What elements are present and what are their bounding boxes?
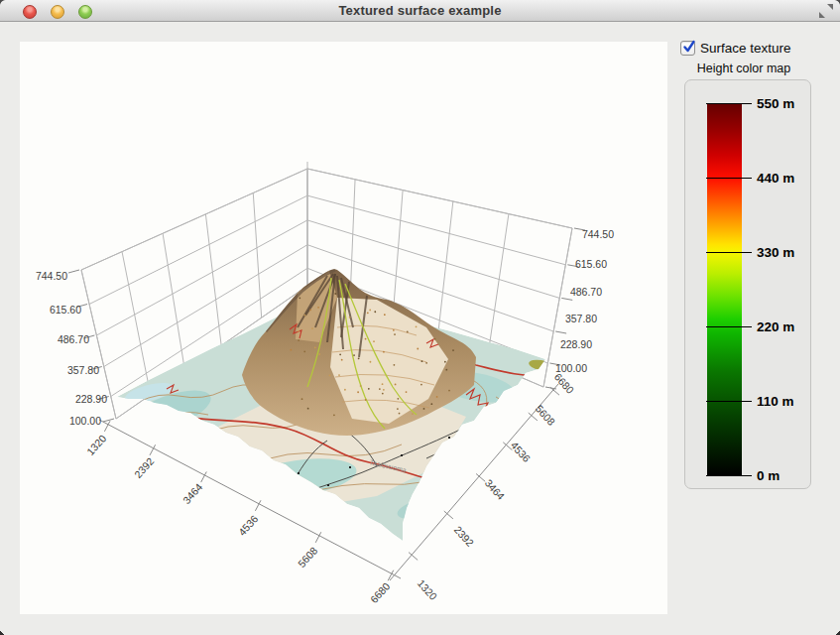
surface-texture-checkbox[interactable] (680, 41, 695, 56)
axis-tick-label: 615.60 (50, 304, 81, 316)
axis-tick-label: 744.50 (36, 270, 67, 282)
height-color-map-panel: 550 m440 m330 m220 m110 m0 m (684, 79, 811, 489)
resize-grip-left[interactable] (0, 630, 5, 635)
resize-grip-right[interactable] (835, 630, 840, 635)
surface-texture-row: Surface texture (680, 39, 791, 57)
legend-tick-label: 330 m (757, 245, 794, 260)
height-gradient-bar (707, 103, 742, 475)
legend-tick-label: 440 m (757, 171, 794, 186)
legend-tick-line (706, 401, 752, 402)
legend-tick-line (706, 178, 752, 179)
checkmark-icon (681, 39, 699, 57)
axis-tick-label: 486.70 (570, 286, 602, 298)
legend-title: Height color map (674, 62, 813, 75)
legend-tick-line (706, 326, 752, 327)
axis-tick-label: 357.80 (565, 313, 597, 324)
legend-tick-line (706, 103, 752, 104)
axis-tick-label: 615.60 (575, 258, 607, 270)
legend-tick-label: 220 m (757, 319, 794, 334)
axis-tick-label: 744.50 (582, 228, 614, 240)
axis-tick-label: 100.00 (69, 415, 101, 427)
legend-tick-line (706, 252, 752, 253)
axis-tick-label: 228.90 (560, 338, 592, 350)
surface-texture-label: Surface texture (700, 41, 791, 56)
axis-tick-label: 357.80 (67, 364, 99, 376)
axis-tick-label: 228.90 (75, 393, 107, 405)
axis-tick-label: 486.70 (58, 333, 89, 345)
legend-tick-line (706, 475, 752, 476)
legend-tick-label: 110 m (757, 394, 794, 409)
legend-tick-label: 550 m (757, 96, 794, 111)
app-window: Textured surface example Taalovuoma744.5… (0, 0, 840, 635)
legend-tick-label: 0 m (757, 468, 780, 483)
